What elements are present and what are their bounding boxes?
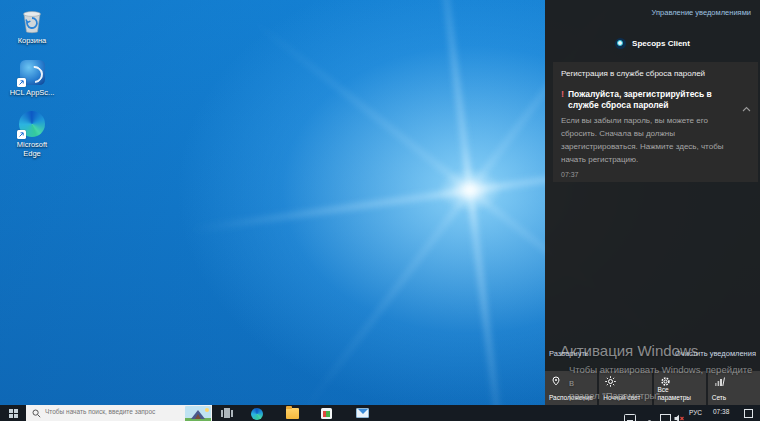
action-center-panel: Управление уведомлениями Specops Client … <box>545 0 760 405</box>
action-center-button-icon[interactable] <box>744 409 753 418</box>
touch-keyboard-icon[interactable] <box>624 409 636 421</box>
start-button[interactable] <box>0 405 26 421</box>
alert-exclamation-icon: ! <box>561 89 564 112</box>
search-icon <box>32 409 41 418</box>
file-explorer-icon[interactable] <box>286 408 299 419</box>
microsoft-store-icon[interactable] <box>321 408 332 419</box>
quick-action-location[interactable]: Расположение <box>545 371 597 405</box>
expand-quick-actions-link[interactable]: Развернуть <box>549 349 589 358</box>
quick-action-label: Сеть <box>712 394 726 402</box>
hcl-appscan-icon <box>18 58 46 86</box>
desktop-icon-list: Корзина HCL AppSc... Microsoft Edge <box>6 6 58 171</box>
notification-app-name: Specops Client <box>632 39 690 48</box>
language-indicator[interactable]: РУС <box>689 409 702 416</box>
notification-title-row: ! Пожалуйста, зарегистрируйтесь в службе… <box>561 89 750 112</box>
taskbar-clock[interactable]: 07:38 <box>713 408 729 415</box>
taskbar-search-box[interactable] <box>26 405 212 421</box>
shortcut-arrow-icon <box>17 130 26 139</box>
collapse-chevron-icon[interactable] <box>742 98 751 116</box>
display-tray-icon[interactable] <box>660 409 671 421</box>
microsoft-edge-icon <box>18 110 46 138</box>
task-view-button[interactable] <box>221 408 233 418</box>
manage-notifications-link[interactable]: Управление уведомлениями <box>652 8 751 17</box>
quick-action-label: Ночной свет <box>603 394 640 402</box>
shortcut-arrow-icon <box>17 78 26 87</box>
notification-body: Если вы забыли пароль, вы можете его сбр… <box>561 115 743 167</box>
search-input[interactable] <box>45 408 183 415</box>
specops-client-icon <box>615 38 626 49</box>
desktop-icon-label: Microsoft Edge <box>7 140 57 158</box>
quick-action-network[interactable]: Сеть <box>708 371 760 405</box>
hidden-icons-chevron-icon[interactable] <box>646 410 653 415</box>
quick-action-all-settings[interactable]: Все параметры <box>654 371 706 405</box>
desktop-icon-hcl-appscan[interactable]: HCL AppSc... <box>6 58 58 97</box>
windows-logo-icon <box>9 409 18 418</box>
desktop-icon-microsoft-edge[interactable]: Microsoft Edge <box>6 110 58 158</box>
night-light-icon <box>605 376 616 387</box>
notification-title: Пожалуйста, зарегистрируйтесь в службе с… <box>568 89 736 112</box>
search-highlight-image[interactable] <box>185 406 211 421</box>
recycle-bin-icon <box>18 6 46 34</box>
notification-app-header: Specops Client <box>545 38 760 49</box>
wallpaper-glow <box>438 168 502 212</box>
notification-timestamp: 07:37 <box>561 171 750 178</box>
desktop-icon-label: HCL AppSc... <box>10 88 55 97</box>
quick-action-night-light[interactable]: Ночной свет <box>599 371 651 405</box>
desktop-icon-recycle-bin[interactable]: Корзина <box>6 6 58 45</box>
location-icon <box>551 376 561 387</box>
clear-notifications-link[interactable]: Очистить уведомления <box>675 349 756 358</box>
volume-muted-icon[interactable] <box>674 409 685 421</box>
network-icon <box>714 376 725 387</box>
desktop-icon-label: Корзина <box>18 36 47 45</box>
notification-group-title: Регистрация в службе сброса паролей <box>561 69 750 78</box>
quick-action-label: Расположение <box>549 394 593 402</box>
desktop-screen: Корзина HCL AppSc... Microsoft Edge Упра… <box>0 0 760 421</box>
taskbar-edge-icon[interactable] <box>251 408 263 420</box>
quick-action-label: Все параметры <box>658 386 704 402</box>
mail-icon[interactable] <box>356 408 369 418</box>
settings-gear-icon <box>660 376 671 387</box>
taskbar: РУС 07:38 <box>0 405 760 421</box>
notification-card[interactable]: Регистрация в службе сброса паролей ! По… <box>553 62 758 182</box>
quick-actions-row: Расположение Ночной свет <box>545 371 760 405</box>
